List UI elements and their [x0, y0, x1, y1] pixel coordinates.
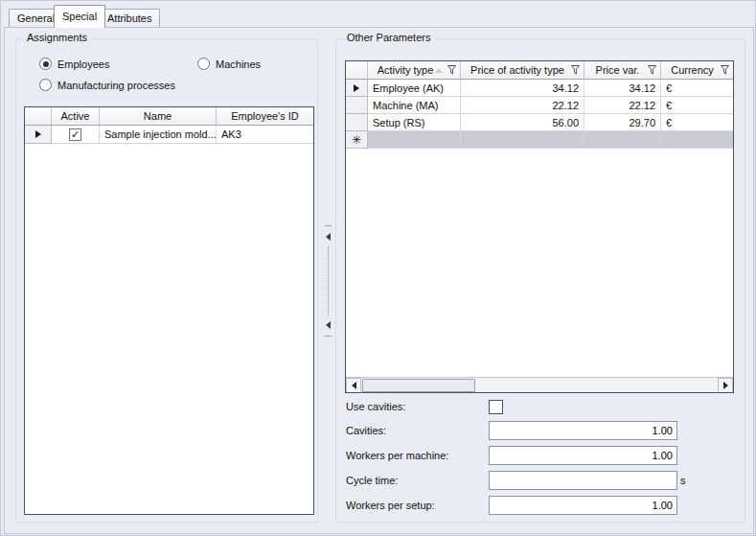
currency-cell[interactable]: € [661, 80, 733, 97]
assignments-grid: Active Name Employee's ID ✓ Sample injec… [24, 106, 314, 515]
grid-corner-cell[interactable] [25, 107, 52, 126]
new-row-icon: ✳ [352, 135, 361, 145]
current-row-icon [35, 130, 41, 138]
radio-employees-circle [39, 58, 52, 70]
workers-per-machine-input[interactable] [489, 446, 677, 465]
radio-employees[interactable]: Employees [39, 58, 109, 70]
use-cavities-label: Use cavities: [346, 401, 405, 412]
splitter-line [328, 246, 329, 315]
other-parameters-group-title: Other Parameters [343, 32, 434, 43]
price-var-cell[interactable]: 22.12 [584, 97, 661, 114]
cavities-row: Cavities: [336, 421, 745, 440]
cycle-time-row: Cycle time: s [336, 471, 745, 490]
employee-id-cell[interactable]: AK3 [217, 126, 313, 144]
grid-corner-cell[interactable] [346, 61, 368, 80]
new-row-cell[interactable] [461, 131, 584, 149]
currency-cell[interactable]: € [661, 114, 733, 131]
new-row-cell[interactable] [368, 131, 461, 149]
assignments-grid-header: Active Name Employee's ID [25, 107, 313, 126]
col-header-currency[interactable]: Currency [661, 61, 733, 80]
cycle-time-input[interactable] [489, 471, 677, 490]
table-row: Employee (AK) 34.12 34.12 € [346, 80, 733, 97]
active-checkbox[interactable]: ✓ [69, 128, 81, 141]
activity-type-cell[interactable]: Setup (RS) [368, 114, 461, 131]
price-cell[interactable]: 56.00 [461, 114, 584, 131]
workers-per-setup-label: Workers per setup: [346, 500, 435, 511]
table-row: Machine (MA) 22.12 22.12 € [346, 97, 733, 114]
col-header-price-label: Price of activity type [470, 64, 564, 76]
new-row: ✳ [346, 131, 733, 149]
assignments-group: Assignments Employees Machines Manufactu… [15, 38, 318, 523]
radio-employees-label: Employees [57, 58, 109, 70]
splitter-collapse-icon [326, 233, 331, 241]
use-cavities-row: Use cavities: ✓ [336, 397, 745, 416]
row-header[interactable] [25, 126, 52, 144]
workers-per-machine-label: Workers per machine: [346, 450, 448, 461]
workers-per-setup-row: Workers per setup: [336, 496, 745, 515]
radio-machines-circle [197, 58, 210, 70]
sort-ascending-icon [435, 68, 443, 73]
tab-attributes[interactable]: Attributes [99, 9, 160, 28]
scroll-right-button[interactable] [718, 378, 733, 393]
activity-type-cell[interactable]: Employee (AK) [368, 80, 461, 97]
col-header-active[interactable]: Active [52, 107, 100, 126]
col-header-activity-type[interactable]: Activity type [368, 61, 461, 80]
filter-icon[interactable] [721, 65, 729, 75]
tab-page-special: Assignments Employees Machines Manufactu… [4, 27, 754, 534]
parameters-grid-header: Activity type Price of activity type Pri… [346, 61, 733, 80]
currency-cell[interactable]: € [661, 97, 733, 114]
col-header-price-var-label: Price var. [596, 64, 640, 76]
radio-machines-label: Machines [216, 58, 261, 70]
price-cell[interactable]: 22.12 [461, 97, 584, 114]
row-header[interactable] [346, 80, 368, 97]
price-var-cell[interactable]: 34.12 [584, 80, 661, 97]
current-row-icon [354, 84, 359, 92]
other-parameters-group: Other Parameters Activity type Price of … [335, 38, 745, 523]
cycle-time-unit: s [680, 475, 686, 486]
active-cell[interactable]: ✓ [52, 126, 100, 144]
table-row: Setup (RS) 56.00 29.70 € [346, 114, 733, 131]
splitter-grip [325, 336, 332, 337]
filter-icon[interactable] [571, 65, 580, 75]
cavities-input[interactable] [489, 421, 677, 440]
radio-manufacturing-processes[interactable]: Manufacturing processes [39, 79, 175, 91]
scroll-left-button[interactable] [346, 378, 361, 393]
price-var-cell[interactable]: 29.70 [584, 114, 661, 131]
name-cell[interactable]: Sample injection mold... [100, 126, 217, 144]
scroll-left-icon [352, 382, 356, 389]
col-header-activity-type-label: Activity type [378, 64, 434, 76]
new-row-cell[interactable] [584, 131, 661, 149]
properties-dialog: General Special Attributes Assignments E… [0, 0, 756, 536]
splitter[interactable] [324, 225, 332, 337]
other-parameters-grid: Activity type Price of activity type Pri… [345, 60, 734, 393]
row-header[interactable] [346, 114, 368, 131]
col-header-employee-id[interactable]: Employee's ID [217, 107, 313, 126]
scrollbar-thumb[interactable] [362, 379, 475, 392]
splitter-collapse-icon [326, 321, 331, 329]
row-header[interactable] [346, 97, 368, 114]
scroll-right-icon [723, 382, 728, 389]
col-header-price-of-activity-type[interactable]: Price of activity type [461, 61, 584, 80]
filter-icon[interactable] [447, 65, 456, 75]
workers-per-setup-input[interactable] [489, 496, 677, 515]
col-header-currency-label: Currency [671, 64, 714, 76]
tab-special[interactable]: Special [54, 5, 105, 28]
use-cavities-checkbox[interactable]: ✓ [489, 400, 503, 414]
new-row-cell[interactable] [661, 131, 733, 149]
col-header-price-var[interactable]: Price var. [584, 61, 661, 80]
radio-selected-dot [43, 61, 49, 67]
cavities-label: Cavities: [346, 425, 386, 436]
radio-machines[interactable]: Machines [197, 58, 261, 70]
splitter-grip [325, 225, 332, 226]
col-header-name[interactable]: Name [100, 107, 217, 126]
check-icon: ✓ [71, 129, 80, 140]
price-cell[interactable]: 34.12 [461, 80, 584, 97]
cycle-time-label: Cycle time: [346, 475, 398, 486]
radio-manufacturing-circle [39, 79, 52, 91]
filter-icon[interactable] [648, 65, 656, 75]
table-row: ✓ Sample injection mold... AK3 [25, 126, 313, 144]
new-row-header[interactable]: ✳ [346, 131, 368, 149]
activity-type-cell[interactable]: Machine (MA) [368, 97, 461, 114]
horizontal-scrollbar[interactable] [346, 377, 733, 392]
workers-per-machine-row: Workers per machine: [336, 446, 745, 465]
